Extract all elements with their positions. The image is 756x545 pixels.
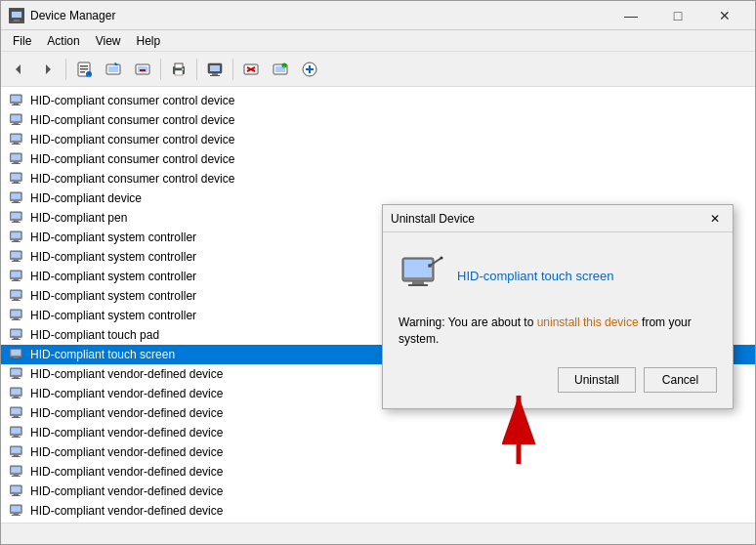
- menu-action[interactable]: Action: [39, 30, 87, 51]
- status-bar: [1, 523, 755, 544]
- svg-point-150: [428, 264, 432, 268]
- svg-rect-9: [80, 71, 85, 73]
- menu-bar: File Action View Help: [1, 30, 755, 52]
- cancel-button[interactable]: Cancel: [644, 367, 717, 393]
- svg-rect-7: [80, 65, 88, 67]
- toolbar-sep-3: [196, 59, 197, 80]
- warning-prefix: Warning: You are about to: [399, 315, 537, 329]
- svg-rect-24: [212, 73, 218, 75]
- uninstall-confirm-button[interactable]: Uninstall: [558, 367, 636, 393]
- minimize-button[interactable]: —: [609, 1, 653, 30]
- maximize-button[interactable]: □: [655, 1, 700, 30]
- svg-rect-3: [12, 21, 21, 22]
- dialog-title-bar: Uninstall Device ✕: [383, 205, 733, 232]
- svg-point-149: [441, 257, 443, 260]
- remove-button[interactable]: [237, 56, 265, 83]
- update-driver-button[interactable]: [100, 56, 127, 83]
- svg-rect-2: [14, 20, 20, 21]
- menu-view[interactable]: View: [88, 30, 129, 51]
- svg-rect-19: [175, 63, 183, 68]
- dialog-buttons: Uninstall Cancel: [399, 367, 717, 393]
- warning-link: uninstall this device: [537, 315, 639, 329]
- properties-button[interactable]: i: [70, 56, 98, 83]
- toolbar: i: [1, 52, 755, 87]
- modal-overlay: Uninstall Device ✕: [1, 87, 755, 523]
- menu-help[interactable]: Help: [129, 30, 169, 51]
- uninstall-dialog: Uninstall Device ✕: [382, 204, 734, 409]
- dialog-title: Uninstall Device: [391, 212, 705, 226]
- dialog-close-button[interactable]: ✕: [705, 209, 725, 229]
- svg-text:i: i: [89, 73, 90, 77]
- uninstall-button[interactable]: [129, 56, 156, 83]
- svg-rect-23: [210, 65, 220, 71]
- toolbar-sep-2: [160, 59, 161, 80]
- dialog-warning: Warning: You are about to uninstall this…: [399, 314, 717, 348]
- print-button[interactable]: [165, 56, 192, 83]
- svg-rect-147: [408, 284, 428, 286]
- svg-rect-146: [412, 281, 424, 284]
- add-button[interactable]: [296, 56, 323, 83]
- svg-rect-20: [175, 70, 183, 75]
- window-controls: — □ ✕: [609, 1, 747, 30]
- dialog-device-name: HID-compliant touch screen: [457, 269, 613, 283]
- content-area: HID-compliant consumer control device HI…: [1, 87, 755, 523]
- menu-file[interactable]: File: [5, 30, 39, 51]
- svg-rect-13: [108, 66, 118, 72]
- svg-marker-5: [46, 64, 51, 74]
- scan-button[interactable]: +: [267, 56, 294, 83]
- svg-point-21: [182, 68, 184, 70]
- dialog-body: HID-compliant touch screen Warning: You …: [383, 232, 733, 408]
- svg-rect-145: [404, 260, 432, 277]
- window-title: Device Manager: [30, 9, 609, 22]
- toolbar-sep-4: [232, 59, 233, 80]
- device-manager-window: Device Manager — □ ✕ File Action View He…: [0, 0, 756, 545]
- toolbar-sep-1: [65, 59, 66, 80]
- title-bar: Device Manager — □ ✕: [1, 1, 755, 30]
- app-icon: [9, 8, 24, 23]
- svg-rect-1: [12, 12, 21, 18]
- svg-marker-4: [16, 64, 21, 74]
- display-button[interactable]: [201, 56, 229, 83]
- svg-rect-25: [210, 75, 220, 76]
- dialog-device-row: HID-compliant touch screen: [399, 252, 717, 299]
- dialog-device-icon: [399, 252, 445, 299]
- close-button[interactable]: ✕: [702, 1, 747, 30]
- back-button[interactable]: [5, 56, 32, 83]
- forward-button[interactable]: [34, 56, 62, 83]
- svg-rect-8: [80, 68, 88, 70]
